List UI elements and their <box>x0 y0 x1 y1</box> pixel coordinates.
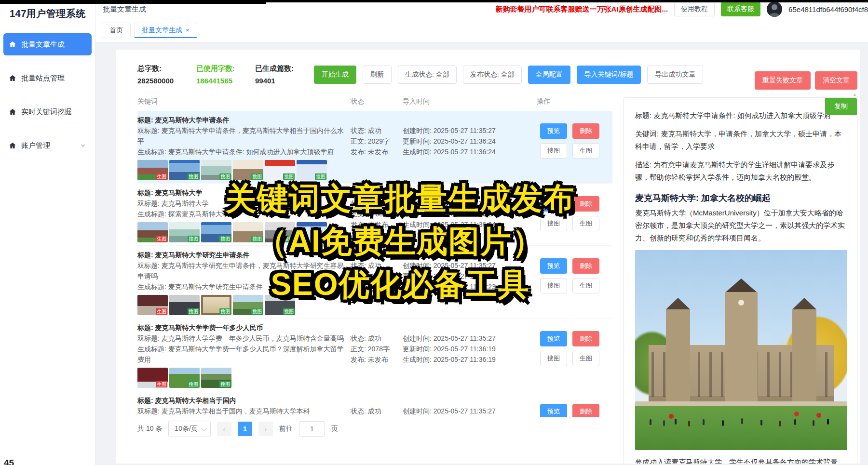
stat-total-words: 总字数: 282580000 <box>137 64 190 85</box>
article-thumbnail[interactable]: 搜图 <box>169 368 200 388</box>
article-thumbnail[interactable]: 搜图 <box>201 295 231 315</box>
refresh-button[interactable]: 刷新 <box>363 66 392 84</box>
search-image-button[interactable]: 搜图 <box>540 216 567 231</box>
article-dual-title: 双标题: 麦克马斯特大学相当于国内，麦克马斯特大学本科 <box>137 406 346 416</box>
publish-status-select[interactable]: 发布状态: 全部 <box>463 66 522 84</box>
stat-label: 总字数: <box>137 64 190 73</box>
article-thumbnail[interactable]: 搜图 <box>297 160 327 180</box>
page-unit-label: 页 <box>331 425 338 433</box>
table-row[interactable]: 标题: 麦克马斯特大学 双标题: 麦克马斯特大学 生成标题: 探索麦克马斯特大学… <box>137 184 612 246</box>
status-line: 状态: 成功 <box>351 198 403 209</box>
article-thumbnail[interactable]: 搜图 <box>201 160 231 180</box>
article-thumbnail[interactable]: 搜图 <box>233 295 263 315</box>
delete-button[interactable]: 删除 <box>572 123 599 139</box>
export-success-button[interactable]: 导出成功文章 <box>647 66 703 84</box>
created-time: 创建时间: 2025-05-27 11:35:27 <box>403 125 537 136</box>
table-row[interactable]: 标题: 麦克马斯特大学学费一年多少人民币 双标题: 麦克马斯特大学学费一年多少人… <box>137 319 612 391</box>
words-line: 正文: 2029字 <box>351 136 403 146</box>
start-generate-button[interactable]: 开始生成 <box>314 66 356 84</box>
article-thumbnail[interactable]: 搜图 <box>201 368 231 388</box>
tutorial-button[interactable]: 使用教程 <box>674 2 715 16</box>
sidebar-item-keyword-mining[interactable]: 实时关键词挖掘 <box>3 101 92 123</box>
article-thumbnail[interactable]: 生图 <box>137 295 168 315</box>
generate-image-button[interactable]: 生图 <box>572 216 599 231</box>
search-image-tag: 搜图 <box>188 173 199 180</box>
scroll-up-icon[interactable]: ▲ <box>853 92 857 97</box>
page-size-select[interactable]: 10条/页 <box>168 421 210 437</box>
thumbnail-strip: 生图 搜图 搜图 搜图 搜图 搜图 <box>137 222 346 242</box>
close-icon[interactable]: × <box>186 27 190 33</box>
article-thumbnail[interactable]: 搜图 <box>169 160 200 180</box>
contact-support-button[interactable]: 联系客服 <box>721 2 760 16</box>
preview-button[interactable]: 预览 <box>540 123 567 139</box>
article-thumbnail[interactable]: 搜图 <box>297 222 327 242</box>
stat-value: 282580000 <box>137 77 190 85</box>
copy-button[interactable]: 复制 <box>825 98 857 115</box>
sidebar-item-batch-article[interactable]: 批量文章生成 <box>3 33 92 55</box>
publish-line: 发布: 未发布 <box>351 354 403 365</box>
article-thumbnail[interactable]: 生图 <box>137 368 168 388</box>
article-thumbnail[interactable]: 生图 <box>137 222 168 242</box>
article-thumbnail[interactable]: 搜图 <box>233 160 263 180</box>
generate-image-button[interactable]: 生图 <box>572 351 599 366</box>
reset-failed-button[interactable]: 重置失败文章 <box>755 71 811 90</box>
page-number-button[interactable]: 1 <box>238 422 252 436</box>
article-dual-title: 双标题: 麦克马斯特大学学费一年多少人民币，麦克马斯特含金量高吗 <box>137 333 346 344</box>
generated-time: 生成时间: 2025-05-27 11:36:24 <box>403 146 537 157</box>
article-thumbnail[interactable]: 搜图 <box>233 222 263 242</box>
table-row[interactable]: 标题: 麦克马斯特大学研究生申请条件 双标题: 麦克马斯特大学研究生申请条件，麦… <box>137 246 612 319</box>
generate-image-button[interactable]: 生图 <box>572 143 599 159</box>
table-body: 标题: 麦克马斯特大学申请条件 双标题: 麦克马斯特大学申请条件，麦克马斯特大学… <box>137 111 612 417</box>
preview-button[interactable]: 预览 <box>540 258 567 274</box>
goto-page-input[interactable] <box>299 421 325 437</box>
row-actions: 预览 删除 搜图 生图 <box>540 123 612 159</box>
article-thumbnail[interactable]: 搜图 <box>169 222 200 242</box>
clear-articles-button[interactable]: 清空文章 <box>815 71 857 90</box>
danger-actions: 重置失败文章 清空文章 <box>755 71 857 90</box>
article-thumbnail[interactable]: 搜图 <box>201 222 231 242</box>
time-cell: 创建时间: 2025-05-27 11:35:27 更新时间: 2025-05-… <box>403 395 537 417</box>
home-icon <box>9 74 16 82</box>
article-thumbnail[interactable]: 搜图 <box>265 295 295 315</box>
article-thumbnail[interactable]: 生图 <box>137 160 168 180</box>
tab-home[interactable]: 首页 <box>102 23 131 38</box>
gen-image-tag: 生图 <box>156 381 167 387</box>
delete-button[interactable]: 删除 <box>572 331 599 346</box>
umbrella-graphic <box>794 412 799 416</box>
delete-button[interactable]: 删除 <box>572 258 599 274</box>
global-config-button[interactable]: 全局配置 <box>528 66 570 84</box>
sidebar-item-account[interactable]: 账户管理 <box>3 134 92 157</box>
updated-time: 更新时间: 2025-05-27 11:36:19 <box>403 344 537 354</box>
article-gen-title: 生成标题: 麦克马斯特大学研究生申请条件 <box>137 281 346 292</box>
prev-page-button[interactable]: ‹ <box>217 422 231 436</box>
search-image-tag: 搜图 <box>283 173 295 180</box>
announcement-text[interactable]: 新购套餐用户可联系客服赠送一万张AI原创生成配图... <box>496 5 668 14</box>
thumbnail-strip: 生图 搜图 搜图 <box>137 368 346 388</box>
import-keywords-button[interactable]: 导入关键词/标题 <box>577 66 641 84</box>
preview-button[interactable]: 预览 <box>540 196 567 212</box>
delete-button[interactable]: 删除 <box>572 196 599 212</box>
table-row[interactable]: 标题: 麦克马斯特大学相当于国内 双标题: 麦克马斯特大学相当于国内，麦克马斯特… <box>137 391 612 417</box>
article-thumbnail[interactable]: 搜图 <box>169 295 200 315</box>
generated-time: 生成时间: 2025-05-27 11:36:23 <box>403 281 537 292</box>
next-page-button[interactable]: › <box>258 422 273 436</box>
tab-batch-article[interactable]: 批量文章生成 × <box>134 23 197 38</box>
table-row[interactable]: 标题: 麦克马斯特大学申请条件 双标题: 麦克马斯特大学申请条件，麦克马斯特大学… <box>137 111 612 184</box>
sidebar-item-batch-site[interactable]: 批量站点管理 <box>3 67 92 89</box>
preview-body: 麦克马斯特大学（McMasterUniversity）位于加拿大安大略省的哈密尔… <box>635 207 847 244</box>
search-image-tag: 搜图 <box>283 308 295 315</box>
article-thumbnail[interactable]: 搜图 <box>265 222 295 242</box>
avatar[interactable] <box>767 1 782 17</box>
sidebar-item-label: 账户管理 <box>21 141 50 150</box>
search-image-button[interactable]: 搜图 <box>540 278 567 293</box>
generate-image-button[interactable]: 生图 <box>572 278 599 293</box>
search-image-button[interactable]: 搜图 <box>540 143 567 159</box>
article-thumbnail[interactable]: 搜图 <box>265 160 295 180</box>
generate-status-select[interactable]: 生成状态: 全部 <box>398 66 457 84</box>
delete-button[interactable]: 删除 <box>572 404 599 417</box>
search-image-tag: 搜图 <box>188 236 199 242</box>
preview-button[interactable]: 预览 <box>540 404 567 417</box>
preview-button[interactable]: 预览 <box>540 331 567 346</box>
gen-image-tag: 生图 <box>156 173 167 180</box>
search-image-button[interactable]: 搜图 <box>540 351 567 366</box>
